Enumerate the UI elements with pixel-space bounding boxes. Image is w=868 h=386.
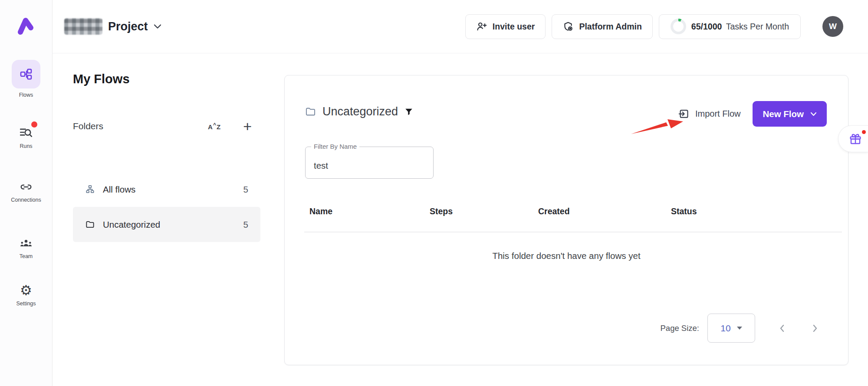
tasks-usage-chip[interactable]: 65/1000 Tasks Per Month — [659, 14, 801, 39]
panel-title: Uncategorized — [322, 105, 398, 118]
folder-name: Uncategorized — [103, 219, 160, 230]
platform-admin-label: Platform Admin — [579, 22, 641, 32]
platform-admin-icon — [562, 21, 574, 32]
folder-list: All flows 5 Uncategorized 5 — [73, 172, 260, 242]
project-label: Project — [108, 20, 148, 33]
new-flow-button[interactable]: New Flow — [753, 101, 827, 127]
panel-actions: Import Flow New Flow — [678, 101, 827, 127]
panel-header: Uncategorized — [305, 105, 414, 118]
chevron-down-icon — [810, 112, 817, 116]
page-size-label: Page Size: — [661, 324, 699, 333]
gift-icon — [849, 133, 862, 146]
rewards-tab[interactable] — [838, 125, 868, 152]
filter-by-name-label: Filter By Name — [311, 143, 359, 150]
column-header-status: Status — [671, 206, 697, 216]
column-header-steps: Steps — [430, 206, 453, 216]
sidebar-item-label: Flows — [19, 92, 33, 98]
sidebar-item-settings[interactable]: ⚙ Settings — [0, 284, 52, 307]
pagination: Page Size: 10 — [661, 314, 819, 343]
activepieces-logo-icon — [16, 16, 36, 36]
column-header-created: Created — [538, 206, 570, 216]
az-sort-z: Z — [217, 124, 220, 130]
folder-count: 5 — [243, 219, 248, 230]
hierarchy-icon — [85, 184, 95, 194]
folder-item-uncategorized[interactable]: Uncategorized 5 — [73, 207, 260, 242]
invite-user-button[interactable]: Invite user — [465, 14, 546, 39]
top-bar-actions: Invite user Platform Admin 65/1000 Tasks… — [465, 14, 843, 39]
sidebar-item-label: Runs — [20, 143, 32, 149]
sidebar-item-label: Team — [20, 253, 33, 259]
project-name-redacted — [64, 18, 102, 35]
folder-icon — [85, 219, 95, 229]
page-title: My Flows — [73, 72, 130, 86]
page-size-select[interactable]: 10 — [707, 314, 755, 343]
filter-funnel-icon[interactable] — [404, 107, 414, 117]
table-header-divider — [304, 232, 842, 232]
project-selector[interactable]: Project — [64, 18, 161, 35]
link-icon — [18, 180, 34, 193]
select-caret-icon — [737, 327, 742, 330]
folders-header: Folders A^Z + — [73, 119, 252, 134]
sidebar-item-team[interactable]: Team — [0, 237, 52, 259]
folder-icon — [305, 106, 316, 118]
az-sort-caret: ^ — [213, 122, 216, 128]
rewards-notification-dot — [862, 130, 866, 134]
runs-search-icon — [19, 125, 33, 140]
column-header-name: Name — [309, 206, 332, 216]
sidebar-item-flows[interactable]: Flows — [0, 60, 52, 98]
platform-admin-button[interactable]: Platform Admin — [552, 14, 652, 39]
filter-by-name-field: Filter By Name — [305, 147, 434, 179]
sidebar: Flows Runs Connections — [0, 0, 53, 386]
import-flow-button[interactable]: Import Flow — [678, 108, 740, 120]
folder-name: All flows — [103, 184, 135, 195]
sidebar-item-label: Connections — [11, 197, 41, 203]
flows-table-card: Uncategorized Import Flow New Flow Filte — [284, 75, 848, 365]
next-page-button[interactable] — [812, 324, 819, 333]
empty-state-message: This folder doesn't have any flows yet — [285, 251, 848, 261]
page-size-value: 10 — [720, 323, 730, 334]
sidebar-item-runs[interactable]: Runs — [0, 125, 52, 149]
az-sort-icon[interactable]: A^Z — [208, 122, 220, 130]
sidebar-item-label: Settings — [16, 301, 36, 307]
tasks-usage-value: 65/1000 — [691, 22, 722, 31]
az-sort-a: A — [208, 124, 213, 130]
runs-notification-dot — [31, 121, 37, 128]
user-avatar[interactable]: W — [822, 16, 843, 37]
chevron-down-icon — [154, 24, 161, 29]
invite-user-label: Invite user — [493, 22, 535, 32]
import-flow-label: Import Flow — [695, 109, 740, 119]
avatar-initial: W — [829, 22, 837, 31]
workflow-icon — [19, 67, 33, 81]
flows-active-tile — [12, 60, 40, 88]
folders-heading: Folders — [73, 121, 103, 131]
new-flow-label: New Flow — [763, 109, 804, 119]
folder-count: 5 — [243, 184, 248, 195]
previous-page-button[interactable] — [779, 324, 785, 333]
sidebar-item-connections[interactable]: Connections — [0, 180, 52, 203]
tasks-usage-unit: Tasks Per Month — [726, 22, 789, 31]
filter-by-name-input[interactable] — [306, 147, 433, 178]
invite-user-icon — [476, 21, 487, 32]
team-icon — [18, 237, 34, 250]
folder-item-all-flows[interactable]: All flows 5 — [73, 172, 260, 207]
tasks-progress-ring — [671, 19, 686, 34]
top-bar: Project Invite user — [53, 0, 868, 53]
gear-icon: ⚙ — [20, 284, 32, 297]
import-icon — [678, 108, 690, 120]
add-folder-button[interactable]: + — [243, 119, 252, 134]
